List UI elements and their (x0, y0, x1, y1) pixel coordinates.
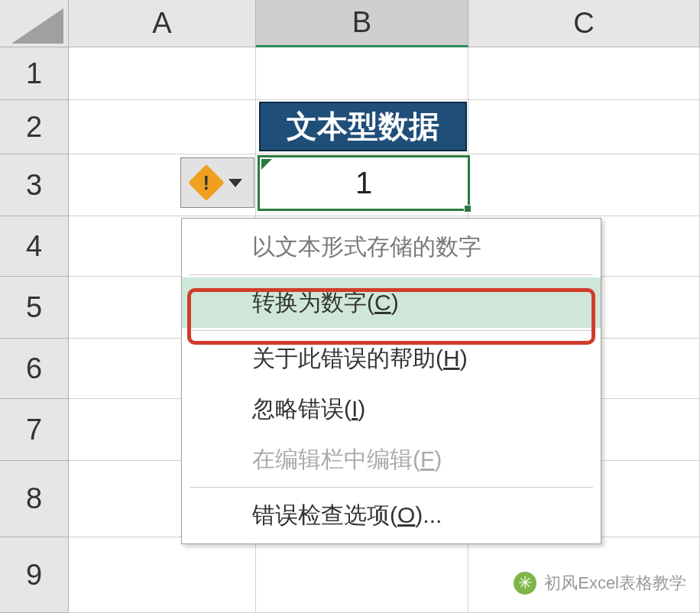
row-header-9[interactable]: 9 (0, 537, 69, 613)
cell-A9[interactable] (69, 537, 256, 613)
watermark-text: 初风Excel表格教学 (544, 572, 686, 595)
cell-B3-selected[interactable]: 1 (258, 155, 470, 211)
watermark: ✳ 初风Excel表格教学 (514, 572, 686, 595)
col-header-B[interactable]: B (256, 0, 468, 47)
fill-handle[interactable] (464, 205, 472, 212)
warning-icon: ! (187, 164, 224, 201)
cell-C2[interactable] (468, 100, 700, 154)
row-1: 1 (0, 47, 700, 100)
column-header-row: A B C (0, 0, 700, 47)
cell-C3[interactable] (468, 154, 700, 216)
row-header-4[interactable]: 4 (0, 216, 69, 277)
col-header-C[interactable]: C (468, 0, 700, 47)
cell-B1[interactable] (256, 47, 468, 100)
cell-A2[interactable] (69, 100, 256, 154)
menu-title: 以文本形式存储的数字 (182, 222, 601, 272)
row-header-7[interactable]: 7 (0, 399, 69, 461)
row-header-8[interactable]: 8 (0, 461, 69, 537)
chevron-down-icon (228, 179, 242, 187)
row-header-1[interactable]: 1 (0, 47, 69, 100)
menu-item-help-on-error[interactable]: 关于此错误的帮助(H) (182, 333, 601, 384)
error-check-dropdown-button[interactable]: ! (180, 157, 254, 208)
cell-C1[interactable] (468, 47, 700, 100)
cell-B2-header[interactable]: 文本型数据 (259, 102, 467, 151)
row-header-3[interactable]: 3 (0, 154, 69, 216)
wechat-icon: ✳ (514, 572, 536, 595)
menu-item-error-check-options[interactable]: 错误检查选项(O)... (182, 490, 601, 540)
row-header-2[interactable]: 2 (0, 100, 69, 154)
menu-separator (190, 274, 593, 275)
menu-item-convert-to-number[interactable]: 转换为数字(C) (182, 277, 601, 328)
menu-item-edit-in-formula-bar: 在编辑栏中编辑(F) (182, 434, 601, 485)
row-header-6[interactable]: 6 (0, 339, 69, 399)
cell-B3-value: 1 (355, 166, 372, 200)
cell-A1[interactable] (69, 47, 256, 100)
cell-B9[interactable] (256, 537, 468, 613)
row-header-5[interactable]: 5 (0, 277, 69, 339)
menu-separator (190, 487, 593, 488)
select-all-corner[interactable] (0, 0, 69, 47)
menu-item-ignore-error[interactable]: 忽略错误(I) (182, 384, 601, 434)
error-context-menu: 以文本形式存储的数字 转换为数字(C) 关于此错误的帮助(H) 忽略错误(I) … (181, 218, 601, 544)
col-header-A[interactable]: A (69, 0, 256, 47)
menu-separator (190, 330, 593, 331)
